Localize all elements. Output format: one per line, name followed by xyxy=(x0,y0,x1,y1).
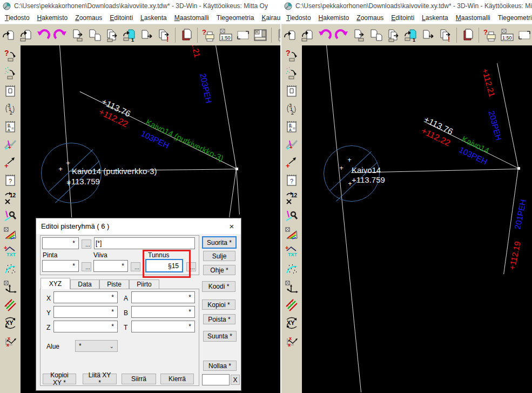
move-point-icon[interactable]: + xyxy=(3,155,18,170)
copy-file-icon[interactable] xyxy=(104,27,120,43)
alue-combobox[interactable]: * ⌄ xyxy=(75,340,118,352)
edit-line-icon[interactable]: + xyxy=(284,137,299,152)
tab-piste[interactable]: Piste xyxy=(99,279,129,289)
renumber-icon[interactable]: 312 xyxy=(284,101,299,116)
b-input[interactable] xyxy=(131,306,195,318)
renumber-12-icon[interactable]: 12 xyxy=(284,190,299,205)
ohje-button[interactable]: Ohje * xyxy=(203,265,235,275)
export-alert-icon[interactable]: ! xyxy=(156,27,172,43)
menu-item-tiegeometria[interactable]: Tiegeometria xyxy=(494,14,532,22)
menu-item-tiedosto[interactable]: Tiedosto xyxy=(1,14,33,22)
scatter-points-icon[interactable] xyxy=(284,262,299,277)
text-settings-icon[interactable]: +TXT xyxy=(3,244,18,259)
sulje-button[interactable]: Sulje xyxy=(203,251,235,261)
dialog-x-button[interactable]: X xyxy=(231,375,240,385)
x-input[interactable] xyxy=(53,291,118,303)
a-input[interactable] xyxy=(131,291,195,303)
kierra-button[interactable]: Kierrä xyxy=(160,374,194,384)
code-filter-input[interactable] xyxy=(42,237,79,249)
scale-1-50-icon[interactable]: 1:50 xyxy=(499,27,515,43)
menu-item-hakemisto[interactable]: Hakemisto xyxy=(33,14,72,22)
point-list-icon[interactable] xyxy=(284,83,299,98)
z-input[interactable] xyxy=(53,321,118,332)
tab-xyz[interactable]: XYZ xyxy=(41,278,70,289)
open-file-icon[interactable] xyxy=(282,27,298,43)
save-format-1-icon[interactable]: 1 xyxy=(403,27,419,43)
nollaa-button[interactable]: Nollaa * xyxy=(203,361,237,371)
redo-icon[interactable] xyxy=(334,27,350,43)
line-tools-icon[interactable] xyxy=(284,208,299,223)
export-alert-icon[interactable]: ! xyxy=(437,27,454,43)
undo-icon[interactable] xyxy=(35,27,51,43)
move-point-icon[interactable]: + xyxy=(284,155,299,170)
calc-list-icon[interactable]: BA= xyxy=(3,119,18,134)
save-as-icon[interactable] xyxy=(87,27,103,43)
export-file-icon[interactable] xyxy=(420,27,436,43)
menu-item-editointi[interactable]: Editointi xyxy=(106,14,137,22)
drawing-canvas-right[interactable]: + + + Kaivo14 +113.759 +113.76 +112.22 K… xyxy=(302,45,532,393)
code-browse-button[interactable]: ... xyxy=(82,239,91,249)
help-pick-icon[interactable]: ? xyxy=(284,48,299,63)
suunta-button[interactable]: Suunta * xyxy=(203,331,237,342)
copy-file-icon[interactable] xyxy=(386,27,402,43)
rotate-xy-icon[interactable]: XY xyxy=(3,315,18,330)
blank-area-icon[interactable] xyxy=(516,27,532,43)
window-layout-icon[interactable] xyxy=(252,27,268,43)
dialog-close-icon[interactable]: × xyxy=(223,218,241,234)
point-list-icon[interactable] xyxy=(3,83,18,98)
pinta-input[interactable] xyxy=(42,260,79,272)
menu-item-laskenta[interactable]: Laskenta xyxy=(418,14,452,22)
tab-piirto[interactable]: Piirto xyxy=(129,279,159,289)
undo-icon[interactable] xyxy=(316,27,333,43)
open-file-icon[interactable] xyxy=(1,27,17,43)
copy-stack-icon[interactable] xyxy=(460,27,476,43)
tunnus-input[interactable] xyxy=(145,259,183,272)
copy-stack-icon[interactable] xyxy=(178,27,194,43)
add-points-icon[interactable] xyxy=(284,65,299,81)
help-pick-icon[interactable]: ? xyxy=(3,48,18,63)
transform-xy-icon[interactable]: xx xyxy=(3,333,18,348)
save-file-icon[interactable] xyxy=(351,27,367,43)
save-format-1-icon[interactable]: 1 xyxy=(122,27,138,43)
text-settings-icon[interactable]: +TXT xyxy=(284,244,299,259)
liita-xy-button[interactable]: Liitä XY * xyxy=(83,374,117,384)
scatter-points-icon[interactable] xyxy=(3,262,18,277)
print-preview-icon[interactable]: ? xyxy=(482,27,498,43)
menu-item-editointi[interactable]: Editointi xyxy=(387,14,418,22)
redo-icon[interactable] xyxy=(52,27,69,43)
rotate-xy-icon[interactable]: XY xyxy=(284,315,299,330)
pinta-browse-button[interactable]: ... xyxy=(82,262,91,271)
koodi-button[interactable]: Koodi * xyxy=(202,281,235,292)
dialog-bottom-input[interactable] xyxy=(202,374,230,385)
tunnus-browse-button[interactable]: ... xyxy=(186,262,196,271)
viiva-input[interactable] xyxy=(93,260,128,272)
menu-item-zoomaus[interactable]: Zoomaus xyxy=(353,14,387,22)
suorita-button[interactable]: Suorita * xyxy=(202,236,237,249)
menu-item-tiedosto[interactable]: Tiedosto xyxy=(282,14,315,22)
menu-item-laskenta[interactable]: Laskenta xyxy=(137,14,171,22)
format-field[interactable] xyxy=(94,237,195,249)
open-file-dialog-icon[interactable] xyxy=(299,27,315,43)
calc-list-icon[interactable]: BA= xyxy=(284,119,299,134)
y-input[interactable] xyxy=(53,306,118,318)
save-as-icon[interactable] xyxy=(368,27,385,43)
export-file-icon[interactable] xyxy=(139,27,155,43)
menu-item-kairaus[interactable]: Kairaus xyxy=(258,14,280,22)
color-settings-icon[interactable] xyxy=(284,226,299,241)
save-file-icon[interactable] xyxy=(70,27,86,43)
t-input[interactable] xyxy=(131,321,195,332)
menu-item-maastomalli[interactable]: Maastomalli xyxy=(452,14,494,22)
color-settings-icon[interactable] xyxy=(3,226,18,241)
poista-button[interactable]: Poista * xyxy=(203,314,235,324)
axis-settings-icon[interactable] xyxy=(3,279,18,295)
point-info-icon[interactable]: ? xyxy=(3,172,18,188)
point-info-icon[interactable]: ? xyxy=(284,172,299,188)
edit-line-icon[interactable]: + xyxy=(3,137,18,152)
menu-item-tiegeometria[interactable]: Tiegeometria xyxy=(213,14,258,22)
hatch-icon[interactable] xyxy=(284,297,299,312)
kopioi-button[interactable]: Kopioi * xyxy=(202,299,235,310)
tab-data[interactable]: Data xyxy=(70,279,99,289)
renumber-icon[interactable]: 312 xyxy=(3,101,18,116)
menu-item-zoomaus[interactable]: Zoomaus xyxy=(71,14,106,22)
siirra-button[interactable]: Siirrä xyxy=(122,374,156,384)
